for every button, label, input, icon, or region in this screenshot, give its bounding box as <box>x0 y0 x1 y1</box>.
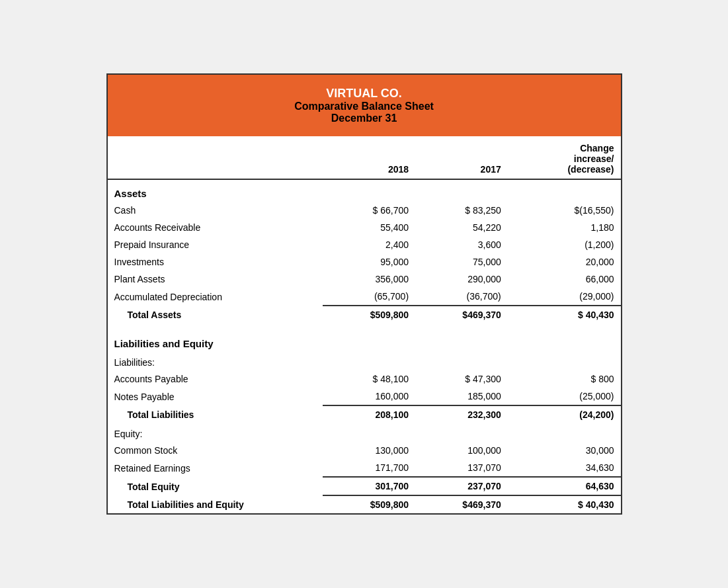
col-header-2017: 2017 <box>415 136 508 179</box>
accum-dep-label: Accumulated Depreciation <box>108 288 323 306</box>
plant-assets-2018: 356,000 <box>323 271 415 288</box>
plant-assets-label: Plant Assets <box>108 271 323 288</box>
liabilities-equity-label: Liabilities and Equity <box>108 330 621 352</box>
ap-2017: $ 47,300 <box>415 370 508 388</box>
np-2018: 160,000 <box>323 388 415 405</box>
table-row: Common Stock 130,000 100,000 30,000 <box>108 442 621 459</box>
total-assets-change: $ 40,430 <box>508 306 621 323</box>
assets-label: Assets <box>108 179 621 202</box>
total-liabilities-2017: 232,300 <box>415 405 508 423</box>
prepaid-2017: 3,600 <box>415 236 508 253</box>
total-liabilities-equity-change: $ 40,430 <box>508 495 621 513</box>
total-liabilities-2018: 208,100 <box>323 405 415 423</box>
investments-label: Investments <box>108 253 323 271</box>
ar-label: Accounts Receivable <box>108 219 323 236</box>
cash-label: Cash <box>108 202 323 219</box>
plant-assets-2017: 290,000 <box>415 271 508 288</box>
assets-section-header: Assets <box>108 179 621 202</box>
accum-dep-change: (29,000) <box>508 288 621 306</box>
table-row: Plant Assets 356,000 290,000 66,000 <box>108 271 621 288</box>
equity-sub-label: Equity: <box>108 423 621 442</box>
table-row: Prepaid Insurance 2,400 3,600 (1,200) <box>108 236 621 253</box>
cash-change: $(16,550) <box>508 202 621 219</box>
cash-2018: $ 66,700 <box>323 202 415 219</box>
total-liabilities-change: (24,200) <box>508 405 621 423</box>
retained-earnings-2017: 137,070 <box>415 459 508 477</box>
table-row: Investments 95,000 75,000 20,000 <box>108 253 621 271</box>
col-header-2018: 2018 <box>323 136 415 179</box>
accum-dep-2018: (65,700) <box>323 288 415 306</box>
liabilities-equity-section-header: Liabilities and Equity <box>108 330 621 352</box>
np-change: (25,000) <box>508 388 621 405</box>
total-liabilities-equity-2017: $469,370 <box>415 495 508 513</box>
table-row: Notes Payable 160,000 185,000 (25,000) <box>108 388 621 405</box>
investments-2018: 95,000 <box>323 253 415 271</box>
liabilities-sub-label: Liabilities: <box>108 352 621 370</box>
table-row: Accumulated Depreciation (65,700) (36,70… <box>108 288 621 306</box>
plant-assets-change: 66,000 <box>508 271 621 288</box>
table-row: Accounts Payable $ 48,100 $ 47,300 $ 800 <box>108 370 621 388</box>
table-row: Cash $ 66,700 $ 83,250 $(16,550) <box>108 202 621 219</box>
company-name: VIRTUAL CO. <box>114 87 614 101</box>
np-label: Notes Payable <box>108 388 323 405</box>
retained-earnings-2018: 171,700 <box>323 459 415 477</box>
ap-label: Accounts Payable <box>108 370 323 388</box>
total-assets-2017: $469,370 <box>415 306 508 323</box>
col-header-change: Changeincrease/(decrease) <box>508 136 621 179</box>
total-liabilities-equity-2018: $509,800 <box>323 495 415 513</box>
total-liabilities-label: Total Liabilities <box>108 405 323 423</box>
common-stock-2017: 100,000 <box>415 442 508 459</box>
total-assets-2018: $509,800 <box>323 306 415 323</box>
spacer <box>108 323 621 330</box>
total-liabilities-equity-row: Total Liabilities and Equity $509,800 $4… <box>108 495 621 513</box>
common-stock-label: Common Stock <box>108 442 323 459</box>
balance-sheet-container: VIRTUAL CO. Comparative Balance Sheet De… <box>106 73 622 515</box>
total-equity-change: 64,630 <box>508 477 621 495</box>
column-headers: 2018 2017 Changeincrease/(decrease) <box>108 136 621 179</box>
table-row: Accounts Receivable 55,400 54,220 1,180 <box>108 219 621 236</box>
retained-earnings-label: Retained Earnings <box>108 459 323 477</box>
total-liabilities-equity-label: Total Liabilities and Equity <box>108 495 323 513</box>
sheet-title: Comparative Balance Sheet <box>114 101 614 112</box>
balance-sheet-table: 2018 2017 Changeincrease/(decrease) Asse… <box>108 136 621 513</box>
ar-2018: 55,400 <box>323 219 415 236</box>
investments-change: 20,000 <box>508 253 621 271</box>
prepaid-change: (1,200) <box>508 236 621 253</box>
prepaid-label: Prepaid Insurance <box>108 236 323 253</box>
accum-dep-2017: (36,700) <box>415 288 508 306</box>
investments-2017: 75,000 <box>415 253 508 271</box>
np-2017: 185,000 <box>415 388 508 405</box>
total-equity-2017: 237,070 <box>415 477 508 495</box>
ar-2017: 54,220 <box>415 219 508 236</box>
total-liabilities-row: Total Liabilities 208,100 232,300 (24,20… <box>108 405 621 423</box>
common-stock-change: 30,000 <box>508 442 621 459</box>
equity-sub-header: Equity: <box>108 423 621 442</box>
total-equity-row: Total Equity 301,700 237,070 64,630 <box>108 477 621 495</box>
sheet-header: VIRTUAL CO. Comparative Balance Sheet De… <box>108 75 621 136</box>
ap-2018: $ 48,100 <box>323 370 415 388</box>
total-equity-label: Total Equity <box>108 477 323 495</box>
col-header-label <box>108 136 323 179</box>
total-assets-row: Total Assets $509,800 $469,370 $ 40,430 <box>108 306 621 323</box>
common-stock-2018: 130,000 <box>323 442 415 459</box>
retained-earnings-change: 34,630 <box>508 459 621 477</box>
total-assets-label: Total Assets <box>108 306 323 323</box>
liabilities-sub-header: Liabilities: <box>108 352 621 370</box>
total-equity-2018: 301,700 <box>323 477 415 495</box>
sheet-date: December 31 <box>114 112 614 124</box>
table-row: Retained Earnings 171,700 137,070 34,630 <box>108 459 621 477</box>
ar-change: 1,180 <box>508 219 621 236</box>
cash-2017: $ 83,250 <box>415 202 508 219</box>
ap-change: $ 800 <box>508 370 621 388</box>
prepaid-2018: 2,400 <box>323 236 415 253</box>
